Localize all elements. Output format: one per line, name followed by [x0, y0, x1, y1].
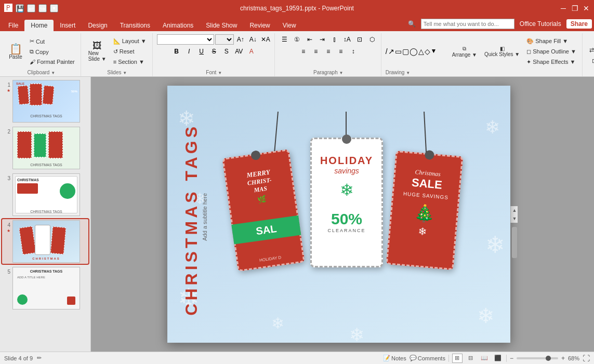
slide-panel[interactable]: 1 ★ CHRISTMAS TAGS SALE 50% 2 — [0, 77, 91, 352]
numbering-button[interactable]: ① — [292, 34, 303, 45]
line-spacing-button[interactable]: ↕ — [348, 46, 359, 57]
tag-right-ornament: 🎄 — [395, 201, 453, 225]
redo-qat-button[interactable]: ↪ — [38, 4, 47, 12]
comments-button[interactable]: 💬 Comments — [410, 355, 445, 361]
tab-file[interactable]: File — [2, 20, 24, 31]
status-bar: Slide 4 of 9 ✏ 📝 Notes 💬 Comments ⊞ ⊟ 📖 … — [0, 352, 594, 364]
slide-num-1: 1 — [3, 80, 10, 88]
view-normal-button[interactable]: ⊞ — [452, 354, 463, 363]
zoom-out-button[interactable]: − — [510, 355, 513, 362]
save-qat-button[interactable]: 💾 — [16, 4, 24, 12]
new-slide-button[interactable]: 🖼 NewSlide ▼ — [85, 39, 110, 64]
smartart-button[interactable]: ⬡ — [366, 34, 378, 45]
shadow-button[interactable]: S — [221, 46, 232, 57]
canvas-scroll-thumb[interactable] — [512, 227, 517, 258]
slide-thumb-3[interactable]: 3 CHRISTMAS CHRISTMAS TAGS — [2, 172, 88, 217]
shape-line[interactable]: / — [386, 47, 388, 56]
tab-view[interactable]: View — [276, 20, 302, 31]
tab-insert[interactable]: Insert — [54, 20, 82, 31]
shape-rect[interactable]: ▭ — [395, 47, 402, 56]
strikethrough-button[interactable]: S — [208, 46, 220, 57]
fit-window-button[interactable]: ⛶ — [583, 354, 590, 362]
replace-button[interactable]: ⇄ Replace ▼ — [587, 45, 594, 55]
font-color-button[interactable]: A — [246, 46, 257, 57]
slide-thumb-5[interactable]: 5 CHRISTMAS TAGS ADD A TITLE HERE — [2, 266, 88, 311]
notes-button[interactable]: 📝 Notes — [383, 355, 406, 361]
tell-me-input[interactable] — [421, 19, 514, 29]
text-direction-button[interactable]: ↕A — [341, 34, 353, 45]
notes-edit-button[interactable]: ✏ — [37, 355, 42, 361]
select-button[interactable]: ⊡ Select ▼ — [589, 56, 594, 66]
align-text-button[interactable]: ⊡ — [354, 34, 365, 45]
copy-button[interactable]: ⧉ Copy — [27, 47, 77, 57]
char-spacing-button[interactable]: AV — [233, 46, 245, 57]
tab-home[interactable]: Home — [24, 20, 54, 31]
tab-design[interactable]: Design — [82, 20, 113, 31]
increase-indent-button[interactable]: ⇥ — [316, 34, 328, 45]
columns-button[interactable]: ⫿ — [329, 34, 340, 45]
view-slideshow-button[interactable]: ⬛ — [493, 354, 503, 363]
shape-more[interactable]: ▼ — [431, 47, 437, 56]
font-family-select[interactable] — [157, 34, 214, 45]
minimize-button[interactable]: ─ — [560, 5, 567, 12]
slides-col: 📐 Layout ▼ ↺ Reset ≡ Section ▼ — [111, 36, 149, 66]
restore-button[interactable]: ❐ — [571, 5, 578, 12]
zoom-thumb[interactable] — [546, 356, 551, 361]
tab-animations[interactable]: Animations — [156, 20, 200, 31]
bold-button[interactable]: B — [171, 46, 182, 57]
zoom-in-button[interactable]: + — [561, 355, 565, 362]
undo-qat-button[interactable]: ↩ — [27, 4, 35, 12]
tab-transitions[interactable]: Transitions — [114, 20, 156, 31]
cut-button[interactable]: ✂ Cut — [27, 36, 77, 46]
canvas-scroll-up-button[interactable]: ▲ — [511, 206, 518, 214]
shape-arrow[interactable]: ↗ — [388, 47, 394, 56]
tab-slideshow[interactable]: Slide Show — [200, 20, 243, 31]
increase-font-size-button[interactable]: A↑ — [235, 34, 246, 45]
tag-left[interactable]: MERRY CHRIST- MAS 🌿 SAL HOLIDAY D — [222, 149, 305, 272]
paste-button[interactable]: 📋 Paste — [5, 42, 26, 62]
justify-button[interactable]: ≡ — [335, 46, 347, 57]
shape-diamond[interactable]: ◇ — [425, 47, 430, 56]
office-tutorials-link[interactable]: Office Tutorials — [520, 20, 561, 28]
slide-thumb-4[interactable]: 4 ★ CHRISTMAS — [2, 219, 88, 264]
align-center-button[interactable]: ≡ — [310, 46, 322, 57]
zoom-slider[interactable] — [517, 357, 558, 359]
tab-review[interactable]: Review — [243, 20, 276, 31]
share-button[interactable]: Share — [566, 19, 592, 29]
shape-fill-button[interactable]: 🎨 Shape Fill ▼ — [524, 36, 579, 46]
decrease-font-size-button[interactable]: A↓ — [247, 34, 259, 45]
shape-triangle[interactable]: △ — [418, 47, 424, 56]
align-right-button[interactable]: ≡ — [323, 46, 334, 57]
font-size-select[interactable] — [215, 34, 234, 45]
canvas-scroll-down-button[interactable]: ▼ — [511, 214, 518, 223]
view-reading-button[interactable]: 📖 — [479, 354, 490, 363]
layout-button[interactable]: 📐 Layout ▼ — [111, 36, 149, 46]
reset-button[interactable]: ↺ Reset — [111, 47, 149, 57]
shape-effects-button[interactable]: ✦ Shape Effects ▼ — [524, 57, 579, 67]
shape-outline-button[interactable]: ◻ Shape Outline ▼ — [524, 47, 579, 57]
customize-qat-button[interactable]: ▼ — [50, 4, 58, 12]
decrease-indent-button[interactable]: ⇤ — [304, 34, 315, 45]
align-left-button[interactable]: ≡ — [298, 46, 309, 57]
clear-formatting-button[interactable]: ✕A — [260, 34, 271, 45]
italic-button[interactable]: I — [183, 46, 195, 57]
section-button[interactable]: ≡ Section ▼ — [111, 57, 149, 66]
status-divider-2 — [506, 355, 507, 362]
canvas-area[interactable]: ❄ ❄ ❄ ❄ ❄ ❄ ❄ ❄ CHRISTMAS TAGS Add a sub… — [91, 77, 594, 352]
tag-center[interactable]: HOLIDAY savings ❄ 50% CLEARANCE — [310, 138, 383, 267]
powerpoint-logo-icon: 🅿 — [4, 4, 12, 13]
view-sorter-button[interactable]: ⊟ — [466, 354, 476, 363]
quick-styles-button[interactable]: ◧ Quick Styles ▼ — [481, 44, 523, 59]
bullets-button[interactable]: ☰ — [279, 34, 291, 45]
shape-oval[interactable]: ◯ — [410, 47, 418, 56]
close-button[interactable]: ✕ — [583, 5, 590, 12]
underline-button[interactable]: U — [196, 46, 207, 57]
slide-thumb-1[interactable]: 1 ★ CHRISTMAS TAGS SALE 50% — [2, 79, 88, 124]
canvas-v-scrollbar[interactable]: ▲ ▼ — [510, 206, 518, 223]
format-painter-button[interactable]: 🖌 Format Painter — [27, 57, 77, 66]
tag-right[interactable]: Christmas SALE HUGE SAVINGS 🎄 ❄ — [386, 151, 464, 270]
slide-thumb-2[interactable]: 2 CHRISTMAS TAGS — [2, 126, 88, 170]
arrange-button[interactable]: ⧉ Arrange ▼ — [449, 44, 480, 60]
paragraph-content: ☰ ① ⇤ ⇥ ⫿ ↕A ⊡ ⬡ ≡ ≡ ≡ ≡ ↕ — [279, 34, 378, 69]
shape-rounded-rect[interactable]: ▢ — [402, 47, 409, 56]
